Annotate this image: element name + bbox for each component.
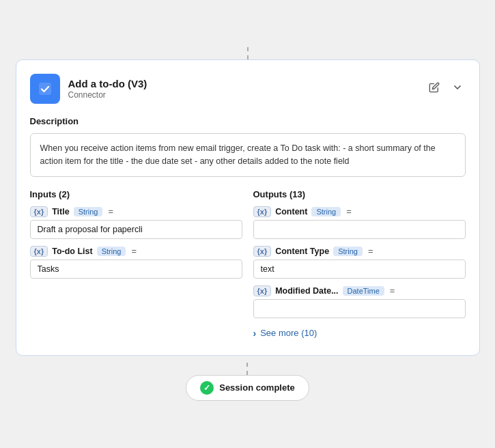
output-content-type-eq: = — [368, 246, 373, 256]
bottom-connector-line — [246, 363, 248, 375]
output-content-type-name: Content Type — [275, 247, 329, 256]
input-title-eq: = — [108, 206, 113, 216]
see-more-button[interactable]: › See more (10) — [253, 325, 466, 341]
connector-icon — [30, 74, 60, 104]
output-modified-type: DateTime — [343, 286, 384, 296]
output-field-content-type: {x} Content Type String = — [253, 246, 466, 279]
output-field-content: {x} Content String = — [253, 206, 466, 239]
collapse-button[interactable] — [449, 81, 466, 98]
input-title-badge: {x} — [30, 206, 48, 217]
output-modified-eq: = — [390, 285, 395, 296]
output-content-type-type: String — [333, 247, 363, 256]
output-modified-header: {x} Modified Date... DateTime = — [253, 285, 466, 296]
outputs-label: Outputs (13) — [253, 189, 466, 199]
card-subtitle: Connector — [68, 90, 426, 100]
output-content-name: Content — [275, 207, 307, 216]
bottom-section: ✓ Session complete — [186, 363, 309, 401]
input-todo-header: {x} To-do List String = — [30, 246, 242, 257]
input-title-value[interactable] — [30, 220, 242, 239]
output-modified-badge: {x} — [253, 285, 272, 296]
see-more-label: See more (10) — [260, 328, 317, 338]
inputs-column: Inputs (2) {x} Title String = {x} To- — [30, 189, 242, 341]
input-todo-value[interactable] — [30, 260, 242, 279]
input-todo-type: String — [97, 247, 126, 256]
session-check-icon: ✓ — [200, 381, 214, 395]
output-content-badge: {x} — [253, 206, 272, 217]
inputs-label: Inputs (2) — [30, 189, 242, 199]
card-actions — [426, 81, 466, 98]
card-header: Add a to-do (V3) Connector — [30, 74, 466, 104]
card-title-group: Add a to-do (V3) Connector — [68, 78, 426, 100]
output-content-type-badge: {x} — [253, 246, 272, 257]
output-content-type-value[interactable] — [253, 260, 466, 279]
output-content-type-header: {x} Content Type String = — [253, 246, 466, 257]
edit-button[interactable] — [426, 81, 442, 98]
output-content-eq: = — [346, 206, 352, 216]
output-content-header: {x} Content String = — [253, 206, 466, 217]
outputs-column: Outputs (13) {x} Content String = {x} — [253, 189, 466, 341]
top-connector-line — [247, 47, 249, 59]
output-content-value[interactable] — [253, 220, 466, 239]
io-row: Inputs (2) {x} Title String = {x} To- — [30, 189, 466, 341]
input-title-name: Title — [52, 207, 69, 216]
input-title-type: String — [74, 207, 103, 216]
description-label: Description — [30, 116, 466, 126]
output-modified-value[interactable] — [253, 299, 466, 318]
svg-rect-0 — [39, 83, 51, 95]
card-title: Add a to-do (V3) — [68, 78, 426, 89]
connector-card: Add a to-do (V3) Connector Descriptio — [16, 59, 480, 356]
session-label: Session complete — [219, 382, 295, 393]
output-field-modified-date: {x} Modified Date... DateTime = — [253, 285, 466, 318]
description-box: When you receive action items from new e… — [30, 133, 466, 177]
input-title-header: {x} Title String = — [30, 206, 242, 217]
input-field-title: {x} Title String = — [30, 206, 242, 239]
output-modified-name: Modified Date... — [275, 286, 338, 296]
see-more-chevron: › — [253, 328, 257, 339]
output-content-type: String — [311, 207, 341, 216]
input-field-todo-list: {x} To-do List String = — [30, 246, 242, 279]
session-badge: ✓ Session complete — [186, 375, 309, 401]
input-todo-eq: = — [131, 246, 137, 256]
input-todo-name: To-do List — [52, 247, 92, 256]
input-todo-badge: {x} — [30, 246, 48, 257]
